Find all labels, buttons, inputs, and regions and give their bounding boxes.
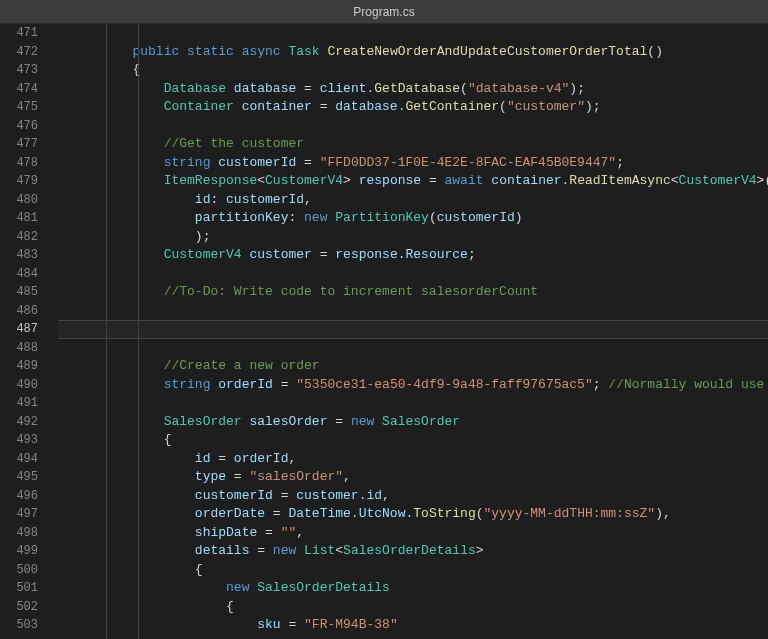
code-area[interactable]: public static async Task CreateNewOrderA… <box>58 24 768 639</box>
line-number: 499 <box>0 542 38 561</box>
line-number: 488 <box>0 339 38 358</box>
line-number: 500 <box>0 561 38 580</box>
line-number-gutter: 4714724734744754764774784794804814824834… <box>0 24 48 639</box>
code-line[interactable] <box>70 117 768 136</box>
line-number: 498 <box>0 524 38 543</box>
code-line[interactable]: string orderId = "5350ce31-ea50-4df9-9a4… <box>70 376 768 395</box>
code-line[interactable]: customerId = customer.id, <box>70 487 768 506</box>
code-line[interactable]: { <box>70 61 768 80</box>
titlebar: Program.cs <box>0 0 768 24</box>
code-line[interactable]: Database database = client.GetDatabase("… <box>70 80 768 99</box>
code-line[interactable]: //Get the customer <box>70 135 768 154</box>
line-number: 483 <box>0 246 38 265</box>
titlebar-filename: Program.cs <box>353 5 414 19</box>
line-number: 501 <box>0 579 38 598</box>
code-line[interactable]: ItemResponse<CustomerV4> response = awai… <box>70 172 768 191</box>
code-line[interactable] <box>70 265 768 284</box>
code-line[interactable]: CustomerV4 customer = response.Resource; <box>70 246 768 265</box>
code-line[interactable]: type = "salesOrder", <box>70 468 768 487</box>
code-line[interactable]: { <box>70 561 768 580</box>
code-line[interactable]: sku = "FR-M94B-38" <box>70 616 768 635</box>
line-number: 474 <box>0 80 38 99</box>
line-number: 502 <box>0 598 38 617</box>
code-editor[interactable]: 4714724734744754764774784794804814824834… <box>0 24 768 639</box>
line-number: 495 <box>0 468 38 487</box>
line-number: 477 <box>0 135 38 154</box>
code-line[interactable]: string customerId = "FFD0DD37-1F0E-4E2E-… <box>70 154 768 173</box>
code-line[interactable] <box>70 394 768 413</box>
code-line[interactable]: id = orderId, <box>70 450 768 469</box>
line-number: 476 <box>0 117 38 136</box>
line-number: 475 <box>0 98 38 117</box>
line-number: 473 <box>0 61 38 80</box>
line-number: 503 <box>0 616 38 635</box>
line-number: 493 <box>0 431 38 450</box>
code-line[interactable]: shipDate = "", <box>70 524 768 543</box>
line-number: 478 <box>0 154 38 173</box>
code-line[interactable]: ); <box>70 228 768 247</box>
code-line[interactable] <box>70 24 768 43</box>
code-line[interactable]: //Create a new order <box>70 357 768 376</box>
line-number: 496 <box>0 487 38 506</box>
code-line[interactable] <box>70 339 768 358</box>
line-number: 491 <box>0 394 38 413</box>
line-number: 482 <box>0 228 38 247</box>
line-number: 485 <box>0 283 38 302</box>
line-number: 489 <box>0 357 38 376</box>
indent-guide <box>138 24 139 639</box>
code-line[interactable]: { <box>70 598 768 617</box>
line-number: 487 <box>0 320 38 339</box>
line-number: 492 <box>0 413 38 432</box>
code-line[interactable]: new SalesOrderDetails <box>70 579 768 598</box>
glyph-margin <box>48 24 58 639</box>
code-line[interactable]: { <box>70 431 768 450</box>
line-number: 486 <box>0 302 38 321</box>
code-line[interactable]: SalesOrder salesOrder = new SalesOrder <box>70 413 768 432</box>
code-line[interactable] <box>70 302 768 321</box>
line-number: 480 <box>0 191 38 210</box>
line-number: 479 <box>0 172 38 191</box>
code-line[interactable] <box>70 320 768 339</box>
code-line[interactable]: orderDate = DateTime.UtcNow.ToString("yy… <box>70 505 768 524</box>
line-number: 490 <box>0 376 38 395</box>
indent-guide <box>106 24 107 639</box>
line-number: 497 <box>0 505 38 524</box>
code-line[interactable]: partitionKey: new PartitionKey(customerI… <box>70 209 768 228</box>
code-line[interactable]: public static async Task CreateNewOrderA… <box>70 43 768 62</box>
line-number: 481 <box>0 209 38 228</box>
code-line[interactable]: details = new List<SalesOrderDetails> <box>70 542 768 561</box>
line-number: 484 <box>0 265 38 284</box>
code-line[interactable]: Container container = database.GetContai… <box>70 98 768 117</box>
line-number: 494 <box>0 450 38 469</box>
line-number: 471 <box>0 24 38 43</box>
code-line[interactable]: id: customerId, <box>70 191 768 210</box>
line-number: 472 <box>0 43 38 62</box>
code-line[interactable]: //To-Do: Write code to increment salesor… <box>70 283 768 302</box>
